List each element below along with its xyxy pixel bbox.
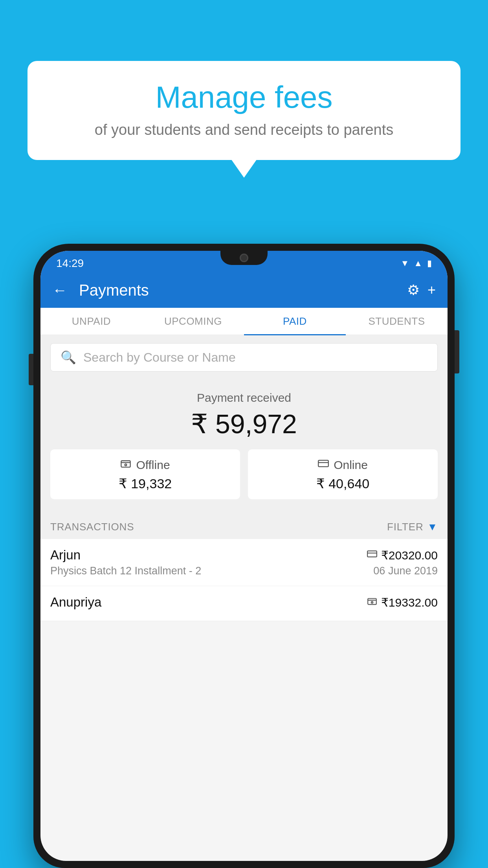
speech-bubble: Manage fees of your students and send re… [28, 61, 460, 160]
transaction-amount: ₹19332.00 [381, 596, 438, 609]
transaction-row-bottom: Physics Batch 12 Installment - 2 06 June… [50, 565, 438, 577]
phone-outer: 14:29 ▼ ▲ ▮ ← Payments ⚙ + UNPAID [33, 244, 455, 868]
tabs: UNPAID UPCOMING PAID STUDENTS [40, 308, 448, 335]
settings-button[interactable]: ⚙ [407, 282, 420, 298]
search-container: 🔍 Search by Course or Name [40, 335, 448, 379]
speech-bubble-container: Manage fees of your students and send re… [28, 61, 460, 160]
transactions-label: TRANSACTIONS [50, 521, 134, 533]
offline-amount: ₹ 19,332 [58, 476, 232, 491]
tab-paid[interactable]: PAID [244, 308, 346, 335]
filter-icon: ▼ [427, 521, 438, 533]
transaction-amount-container: ₹20320.00 [367, 548, 438, 562]
transactions-header: TRANSACTIONS FILTER ▼ [40, 513, 448, 539]
online-amount: ₹ 40,640 [256, 476, 430, 491]
wifi-icon: ▼ [400, 258, 409, 268]
tab-unpaid[interactable]: UNPAID [40, 308, 142, 335]
payment-type-icon [367, 549, 377, 562]
svg-point-1 [125, 464, 127, 466]
svg-rect-3 [367, 551, 377, 557]
transaction-row-top: Anupriya ₹19332.00 [50, 595, 438, 610]
app-header: ← Payments ⚙ + [40, 272, 448, 308]
payment-cards: Offline ₹ 19,332 Online [50, 449, 438, 499]
status-time: 14:29 [56, 257, 84, 270]
page-title: Payments [79, 281, 399, 299]
search-input[interactable]: Search by Course or Name [83, 350, 236, 365]
bubble-subtitle: of your students and send receipts to pa… [51, 121, 437, 138]
front-camera [240, 254, 248, 262]
payment-total-amount: ₹ 59,972 [50, 408, 438, 440]
bubble-title: Manage fees [51, 81, 437, 114]
transaction-row[interactable]: Arjun ₹20320.00 Physics Batch 12 Install… [40, 539, 448, 586]
transaction-course: Physics Batch 12 Installment - 2 [50, 565, 201, 577]
add-button[interactable]: + [427, 282, 436, 298]
header-actions: ⚙ + [407, 282, 436, 298]
battery-icon: ▮ [427, 258, 432, 268]
back-button[interactable]: ← [52, 282, 67, 299]
offline-label: Offline [136, 458, 170, 472]
transaction-amount-container: ₹19332.00 [367, 596, 438, 609]
signal-icon: ▲ [414, 258, 422, 268]
svg-point-5 [371, 601, 373, 603]
online-label: Online [334, 458, 368, 472]
phone-wrapper: 14:29 ▼ ▲ ▮ ← Payments ⚙ + UNPAID [33, 244, 455, 868]
transaction-amount: ₹20320.00 [381, 548, 438, 562]
offline-card-header: Offline [58, 458, 232, 472]
payment-received-section: Payment received ₹ 59,972 [40, 379, 448, 513]
payment-received-label: Payment received [50, 391, 438, 405]
tab-students[interactable]: STUDENTS [346, 308, 448, 335]
transaction-name: Arjun [50, 548, 81, 563]
search-box[interactable]: 🔍 Search by Course or Name [50, 343, 438, 371]
tab-upcoming[interactable]: UPCOMING [142, 308, 244, 335]
phone-notch [220, 251, 268, 265]
payment-type-icon [367, 596, 377, 609]
transaction-row-top: Arjun ₹20320.00 [50, 548, 438, 563]
transaction-date: 06 June 2019 [373, 565, 438, 577]
transaction-row[interactable]: Anupriya ₹19332.00 [40, 586, 448, 621]
offline-card: Offline ₹ 19,332 [50, 449, 240, 499]
search-icon: 🔍 [61, 350, 76, 365]
offline-icon [120, 458, 131, 472]
online-card: Online ₹ 40,640 [248, 449, 438, 499]
status-icons: ▼ ▲ ▮ [400, 258, 432, 268]
phone-screen: 14:29 ▼ ▲ ▮ ← Payments ⚙ + UNPAID [40, 251, 448, 861]
online-icon [318, 458, 329, 472]
filter-button[interactable]: FILTER ▼ [387, 521, 438, 533]
transaction-name: Anupriya [50, 595, 101, 610]
svg-rect-2 [318, 460, 328, 467]
online-card-header: Online [256, 458, 430, 472]
